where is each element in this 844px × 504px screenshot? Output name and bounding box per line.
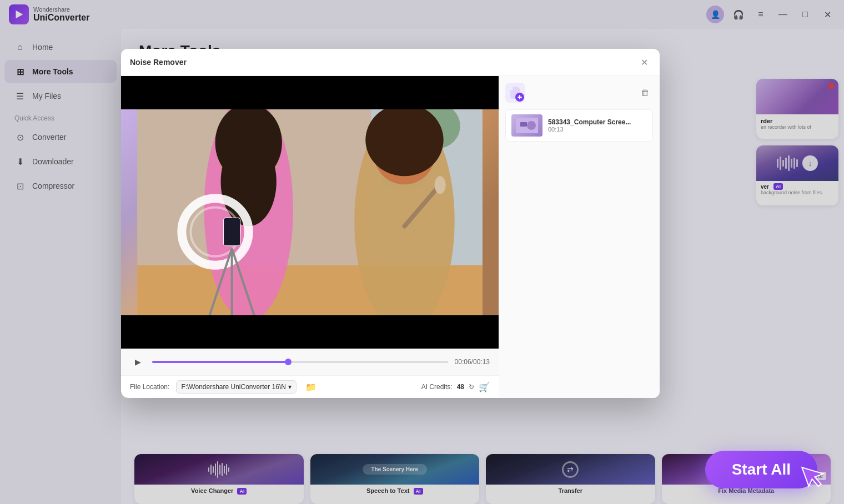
svg-point-22 — [392, 111, 416, 135]
file-location-label: File Location: — [130, 383, 169, 391]
video-scene-svg — [121, 109, 499, 315]
video-controls: ▶ 00:06/00:13 — [121, 349, 499, 375]
file-thumbnail — [511, 114, 542, 137]
video-scene — [121, 76, 499, 349]
ai-credits: AI Credits: 48 ↻ 🛒 — [421, 382, 490, 392]
ai-credits-value: 48 — [457, 383, 464, 391]
video-top-bar — [121, 76, 499, 109]
cart-button[interactable]: 🛒 — [479, 382, 490, 392]
modal-header: Noise Remover ✕ — [121, 49, 660, 76]
video-middle — [121, 109, 499, 315]
add-file-button[interactable] — [505, 83, 525, 103]
time-display: 00:06/00:13 — [455, 358, 490, 366]
browse-folder-button[interactable]: 📁 — [305, 382, 316, 392]
play-button[interactable]: ▶ — [130, 354, 145, 370]
file-info: 583343_Computer Scree... 00:13 — [548, 118, 647, 133]
modal-close-button[interactable]: ✕ — [637, 56, 651, 69]
video-container — [121, 76, 499, 349]
progress-fill — [152, 361, 288, 363]
svg-rect-30 — [520, 122, 527, 127]
file-location-dropdown[interactable]: F:\Wondershare UniConverter 16\N ▾ — [176, 380, 297, 394]
modal-title: Noise Remover — [130, 58, 187, 67]
video-display — [121, 76, 499, 349]
video-bottom-bar — [121, 315, 499, 349]
file-name: 583343_Computer Scree... — [548, 118, 647, 126]
file-duration: 00:13 — [548, 126, 647, 133]
svg-rect-13 — [224, 218, 240, 246]
file-thumb-inner — [511, 114, 542, 137]
modal-body: ▶ 00:06/00:13 File Location: F:\Wondersh… — [121, 76, 660, 398]
video-panel: ▶ 00:06/00:13 File Location: F:\Wondersh… — [121, 76, 499, 398]
noise-remover-modal: Noise Remover ✕ — [121, 49, 660, 398]
files-panel-toolbar: 🗑 — [505, 83, 653, 103]
progress-thumb[interactable] — [285, 359, 292, 365]
refresh-credits-button[interactable]: ↻ — [469, 383, 474, 391]
delete-button[interactable]: 🗑 — [637, 85, 653, 100]
file-item: 583343_Computer Scree... 00:13 — [505, 109, 653, 142]
progress-bar[interactable] — [152, 361, 448, 363]
svg-point-31 — [527, 121, 536, 130]
file-location-bar: File Location: F:\Wondershare UniConvert… — [121, 375, 499, 398]
svg-point-24 — [435, 176, 446, 194]
files-panel: 🗑 583343_Computer Scree... 00:13 — [499, 76, 660, 398]
